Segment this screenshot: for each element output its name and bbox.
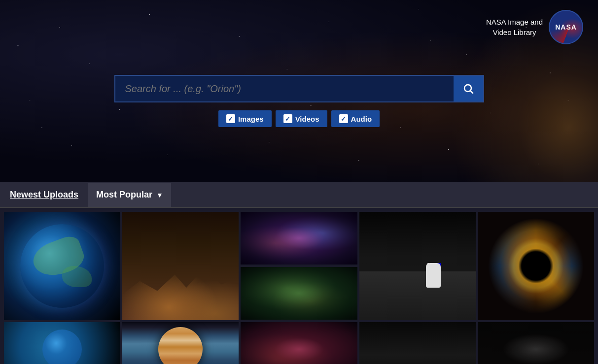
gallery-item-galaxy-green[interactable] bbox=[241, 267, 357, 320]
filter-videos[interactable]: ✓ Videos bbox=[276, 110, 327, 127]
filter-images-label: Images bbox=[238, 115, 264, 123]
astro-small-visual bbox=[478, 322, 594, 364]
gallery-item-earth-small[interactable] bbox=[4, 322, 120, 364]
filter-row: ✓ Images ✓ Videos ✓ Audio bbox=[218, 110, 380, 127]
nasa-title: NASA Image and Video Library bbox=[486, 17, 543, 37]
filter-videos-label: Videos bbox=[295, 115, 319, 123]
gallery-item-moon-apollo[interactable] bbox=[359, 212, 476, 320]
nasa-branding: NASA Image and Video Library bbox=[486, 10, 583, 44]
earth-small-visual bbox=[42, 330, 82, 364]
tabs-section: Newest Uploads Most Popular ▼ bbox=[0, 182, 598, 208]
blackhole-visual bbox=[478, 212, 594, 320]
tab-newest-uploads[interactable]: Newest Uploads bbox=[0, 183, 88, 207]
galaxy-nebula-visual bbox=[241, 212, 357, 265]
search-area: ✓ Images ✓ Videos ✓ Audio bbox=[114, 75, 484, 127]
jupiter-planet bbox=[158, 327, 203, 364]
gallery-item-nebula-pink[interactable] bbox=[241, 322, 357, 364]
gallery bbox=[0, 208, 598, 364]
mars-visual bbox=[122, 212, 239, 320]
hero-section: NASA Image and Video Library ✓ Images ✓ bbox=[0, 0, 598, 182]
galaxy-green-visual bbox=[241, 267, 357, 320]
filter-images[interactable]: ✓ Images bbox=[218, 110, 272, 127]
gallery-item-galaxy-purple[interactable] bbox=[241, 212, 357, 265]
search-input[interactable] bbox=[115, 76, 454, 101]
audio-checkbox-icon: ✓ bbox=[339, 114, 348, 123]
earth-visual bbox=[20, 224, 104, 308]
nasa-logo bbox=[549, 10, 583, 44]
filter-audio-label: Audio bbox=[351, 115, 372, 123]
gallery-item-mars[interactable] bbox=[122, 212, 239, 320]
filter-audio[interactable]: ✓ Audio bbox=[331, 110, 380, 127]
most-popular-dropdown-icon: ▼ bbox=[156, 191, 163, 199]
gallery-item-jupiter[interactable] bbox=[122, 322, 239, 364]
search-bar bbox=[114, 75, 484, 102]
search-icon bbox=[462, 83, 474, 95]
moon-surface-visual bbox=[359, 212, 476, 320]
nebula-pink-visual bbox=[241, 322, 357, 364]
images-checkbox-icon: ✓ bbox=[226, 114, 235, 123]
tab-most-popular[interactable]: Most Popular ▼ bbox=[88, 183, 171, 207]
gallery-item-blackhole[interactable] bbox=[478, 212, 594, 320]
gallery-item-earth[interactable] bbox=[4, 212, 120, 320]
svg-line-1 bbox=[470, 91, 472, 93]
moon-small-visual bbox=[359, 322, 476, 364]
search-button[interactable] bbox=[454, 76, 483, 101]
gallery-item-moon-small[interactable] bbox=[359, 322, 476, 364]
astronaut-figure bbox=[426, 263, 441, 288]
videos-checkbox-icon: ✓ bbox=[283, 114, 292, 123]
jupiter-visual bbox=[122, 322, 239, 364]
gallery-item-astronaut-small[interactable] bbox=[478, 322, 594, 364]
